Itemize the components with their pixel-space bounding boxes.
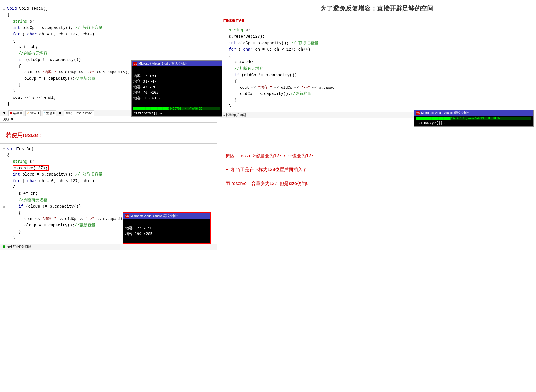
code-line-1: ⊟ void void Test6() xyxy=(3,5,214,12)
line-marker-8 xyxy=(3,51,7,57)
warn-count: 警告 1 xyxy=(30,111,39,115)
bottom-right-text: 原因：resize->容量变为127, size也变为127 +=相当于是在下标… xyxy=(226,143,397,250)
bc-lm-5 xyxy=(3,172,7,178)
error-count: 错误 0 xyxy=(13,111,22,115)
errors-button[interactable]: ✖ 错误 0 xyxy=(8,110,23,116)
rc-line-12: } xyxy=(223,97,531,103)
explain-button[interactable]: 说明 ▼ xyxy=(3,117,14,122)
warnings-button[interactable]: ⚠ 警告 1 xyxy=(25,110,41,116)
right-code-block: string s; s.reserve(127); int oldCp = s.… xyxy=(220,25,534,112)
vs-icon-right: VS xyxy=(416,111,420,115)
bc-lm-15 xyxy=(3,236,7,241)
bottom-status-bar: 未找到相关问题 xyxy=(0,244,217,250)
separator-icon: ✖ xyxy=(59,111,61,115)
bc-lm-2 xyxy=(3,153,7,158)
progress-bar-left: ████████████████████23456789:;<=>?@ABCDE xyxy=(133,107,220,110)
progress-bar-right: ████████████████████23456789:;<=>?@ABCDE… xyxy=(416,117,531,120)
bc-lm-4 xyxy=(3,166,7,171)
line-marker: ⊟ xyxy=(3,7,7,12)
console-titlebar-bottom: VS Microsoft Visual Studio 调试控制台 xyxy=(123,213,210,219)
line-marker-3 xyxy=(3,19,7,25)
console-top-left: VS Microsoft Visual Studio 调试控制台 增容 15->… xyxy=(131,60,222,117)
code-line-6: { xyxy=(3,37,214,44)
bc-line-6: for ( char ch = 0; ch < 127; ch++) xyxy=(3,178,214,184)
console-title-right: Microsoft Visual Studio 调试控制台 xyxy=(421,111,470,115)
console-content-bottom: 增容 127->190 增容 190->285 xyxy=(125,220,208,242)
warn-icon: ⚠ xyxy=(27,111,30,115)
rc-line-10: cout << "增容 " << oldCp << "->" << s.capa… xyxy=(223,85,531,91)
bc-line-10: ⊟ if (oldCp != s.capacity()) xyxy=(3,203,214,210)
explanation-para1: 原因：resize->容量变为127, size也变为127 xyxy=(226,152,397,160)
bottom-section: ⊟ void Test6() { string s; s.resize(1 xyxy=(0,143,536,250)
rc-line-3: int oldCp = s.capacity(); // 获取旧容量 xyxy=(223,40,531,46)
page-container: ⊟ void void Test6() { string s; int oldC… xyxy=(0,0,536,253)
line-marker-13 xyxy=(3,83,7,88)
bc-lm-6 xyxy=(3,179,7,184)
line-marker-7 xyxy=(3,45,7,50)
bc-lm-7 xyxy=(3,185,7,190)
bc-line-4: s.resize(127); xyxy=(3,165,214,171)
console-top-right: VS Microsoft Visual Studio 调试控制台 ███████… xyxy=(414,110,534,127)
console-bottom-line-left: rstuvwxyz{|}~ xyxy=(133,111,220,115)
code-line-7: s += ch; xyxy=(3,44,214,50)
console-bottom: VS Microsoft Visual Studio 调试控制台 增容 127-… xyxy=(123,212,211,244)
rc-line-5: { xyxy=(223,53,531,59)
bc-lm-3 xyxy=(3,160,7,165)
line-marker-9 xyxy=(3,58,7,63)
line-marker-10 xyxy=(3,64,7,69)
bc-lm-8 xyxy=(3,192,7,197)
bottom-code-panel: ⊟ void Test6() { string s; s.resize(1 xyxy=(0,143,217,250)
bc-line-3: string s; xyxy=(3,158,214,165)
console-titlebar-left: VS Microsoft Visual Studio 调试控制台 xyxy=(132,61,222,66)
right-code-panel: string s; s.reserve(127); int oldCp = s.… xyxy=(220,25,534,118)
green-dot xyxy=(3,245,5,248)
line-marker-14 xyxy=(3,89,7,94)
line-marker-5 xyxy=(3,32,7,37)
reserve-label: reserve xyxy=(220,16,534,25)
vs-icon-bottom: VS xyxy=(125,214,129,218)
bc-lm-11 xyxy=(3,211,7,216)
rc-line-1: string s; xyxy=(223,27,531,33)
code-line-3: string s; xyxy=(3,18,214,25)
msg-count: 消息 0 xyxy=(46,111,55,115)
rc-line-2: s.reserve(127); xyxy=(223,33,531,40)
line-marker-16 xyxy=(3,102,7,107)
bc-lm-9 xyxy=(3,198,7,203)
console-content-left: 增容 15->31 增容 31->47 增容 47->70 增容 70->105… xyxy=(133,67,220,106)
right-panel: 为了避免反复增容：直接开辟足够的空间 reserve string s; s.r… xyxy=(220,3,534,123)
rc-line-6: s += ch; xyxy=(223,59,531,65)
explain-bar: 说明 ▼ xyxy=(0,116,217,122)
rc-line-13: } xyxy=(223,103,531,110)
rc-line-11: oldCp = s.capacity();//更新容量 xyxy=(223,91,531,97)
top-section: ⊟ void void Test6() { string s; int oldC… xyxy=(0,3,536,123)
rc-line-9: { xyxy=(223,78,531,85)
messages-button[interactable]: ℹ 消息 0 xyxy=(43,110,56,116)
console-title-left: Microsoft Visual Studio 调试控制台 xyxy=(138,61,187,66)
bc-lm-10: ⊟ xyxy=(3,204,7,210)
line-marker-11 xyxy=(3,70,7,75)
rc-line-8: if (oldCp != s.capacity()) xyxy=(223,72,531,78)
bc-lm-13 xyxy=(3,223,7,228)
console-titlebar-right: VS Microsoft Visual Studio 调试控制台 xyxy=(414,110,533,116)
console-bottom-line-1: 增容 127->190 xyxy=(125,226,152,230)
explanation-para2: +=相当于是在下标为128位置后面插入了 xyxy=(226,166,397,174)
console-title-bottom: Microsoft Visual Studio 调试控制台 xyxy=(130,214,179,218)
func-signature: void Test6() xyxy=(19,5,48,12)
rc-line-7: //判断有无增容 xyxy=(223,65,531,72)
resize-highlight: s.resize(127); xyxy=(13,165,49,171)
console-bottom-line-2: 增容 190->285 xyxy=(125,232,152,236)
not-found-right: 未找到相关问题 xyxy=(222,113,246,118)
build-button[interactable]: 生成 + IntelliSense xyxy=(64,110,94,116)
code-line-8: //判断有无增容 xyxy=(3,50,214,57)
bc-line-7: { xyxy=(3,184,214,190)
bc-lm-1: ⊟ xyxy=(3,147,7,152)
info-icon: ℹ xyxy=(44,111,45,115)
line-marker-15 xyxy=(3,96,7,101)
code-line-4: int oldCp = s.capacity(); // 获取旧容量 xyxy=(3,25,214,31)
bc-line-1: ⊟ void Test6() xyxy=(3,146,214,152)
line-marker-12 xyxy=(3,77,7,82)
not-found-bottom: 未找到相关问题 xyxy=(7,244,31,249)
line-marker-2 xyxy=(3,13,7,18)
rc-line-4: for ( char ch = 0; ch < 127; ch++) xyxy=(223,46,531,53)
left-code-panel: ⊟ void void Test6() { string s; int oldC… xyxy=(0,3,217,123)
